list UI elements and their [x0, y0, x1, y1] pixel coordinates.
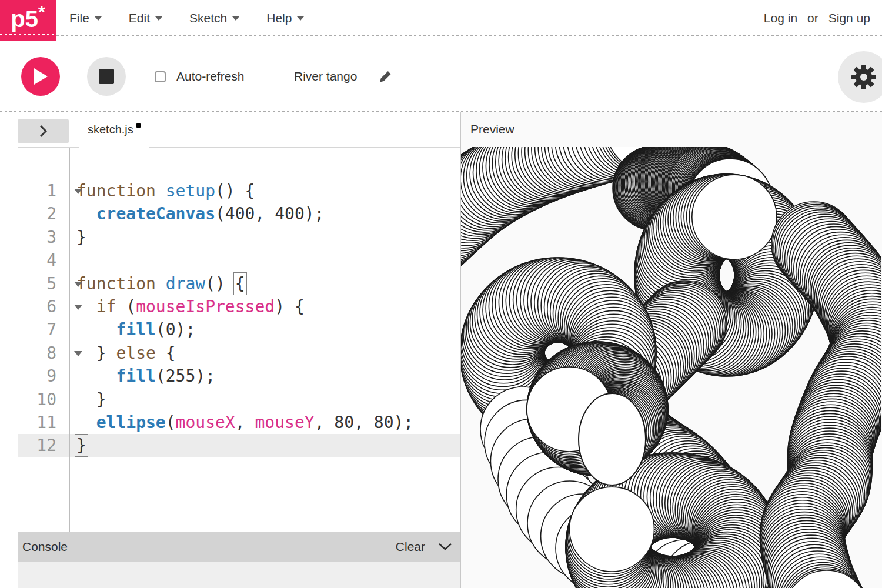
code-token: , [235, 413, 255, 432]
code-token: } [76, 390, 106, 409]
console-clear-button[interactable]: Clear [396, 540, 425, 554]
chevron-down-icon [95, 16, 102, 21]
code-token: () [205, 274, 235, 293]
or-text: or [807, 11, 818, 25]
menu-edit-label: Edit [129, 11, 150, 25]
menu-help-label: Help [266, 11, 292, 25]
code-token: } [76, 436, 86, 455]
code-token [156, 181, 166, 201]
line-number: 4 [18, 249, 56, 272]
code-token: ( [116, 297, 136, 316]
signup-link[interactable]: Sign up [828, 11, 870, 25]
console-collapse-button[interactable] [438, 543, 452, 551]
code-token: draw [166, 274, 205, 293]
code-token [76, 320, 116, 339]
menu-help[interactable]: Help [266, 11, 304, 25]
fold-arrow-icon[interactable] [74, 282, 82, 287]
header: p5* File Edit Sketch Help Log in or Si [0, 0, 882, 36]
chevron-right-icon [39, 124, 48, 138]
menu-edit[interactable]: Edit [129, 11, 162, 25]
code-token: function [76, 181, 156, 201]
line-number: 11 [18, 411, 56, 434]
file-tab-bar: sketch.js [18, 112, 460, 148]
gear-icon [851, 64, 877, 90]
menu-sketch[interactable]: Sketch [189, 11, 239, 25]
settings-button[interactable] [838, 51, 882, 103]
line-number: 10 [18, 388, 56, 411]
pencil-icon [379, 69, 393, 83]
main-area: sketch.js 1function setup() {2 createCan… [0, 112, 882, 588]
code-line[interactable]: 3} [18, 226, 460, 249]
fold-arrow-icon[interactable] [74, 189, 82, 194]
code-token: else [116, 343, 155, 363]
code-line[interactable]: 7 fill(0); [18, 318, 460, 341]
line-number: 6 [18, 295, 56, 318]
code-line[interactable]: 5function draw() { [18, 272, 460, 295]
project-name[interactable]: River tango [294, 69, 357, 83]
line-number: 9 [18, 365, 56, 387]
code-token: (400, 400); [215, 204, 324, 223]
auto-refresh-checkbox[interactable] [155, 71, 166, 82]
preview-pane: Preview [461, 112, 882, 588]
code-line[interactable]: 4 [18, 249, 460, 272]
chevron-down-icon [155, 16, 162, 21]
code-token: mouseIsPressed [136, 297, 275, 316]
gutter-divider [69, 148, 70, 532]
code-line[interactable]: 6 if (mouseIsPressed) { [18, 295, 460, 318]
sidebar-expand-button[interactable] [18, 119, 69, 143]
line-number: 7 [18, 318, 56, 341]
preview-header: Preview [461, 112, 882, 147]
sketch-canvas [461, 147, 881, 588]
editor-pane: sketch.js 1function setup() {2 createCan… [0, 112, 461, 588]
code-token: ellipse [96, 413, 166, 432]
p5-logo[interactable]: p5* [0, 0, 56, 41]
code-token: mouseY [255, 413, 314, 432]
code-line[interactable]: 12} [18, 434, 460, 457]
code-editor[interactable]: 1function setup() {2 createCanvas(400, 4… [18, 148, 460, 532]
code-token [76, 366, 116, 386]
auto-refresh-label[interactable]: Auto-refresh [176, 69, 245, 83]
tab-filename: sketch.js [88, 121, 133, 138]
preview-title: Preview [470, 122, 514, 136]
code-token: setup [166, 181, 215, 201]
code-token [76, 204, 96, 223]
edit-project-name-button[interactable] [379, 69, 393, 86]
menu-sketch-label: Sketch [189, 11, 227, 25]
line-number: 1 [18, 179, 56, 202]
line-number: 8 [18, 342, 56, 365]
code-token: ) { [275, 297, 305, 316]
menu-file-label: File [69, 11, 89, 25]
code-token: ( [166, 413, 176, 432]
code-token: fill [116, 320, 155, 339]
fold-arrow-icon[interactable] [74, 305, 82, 310]
play-button[interactable] [21, 57, 60, 96]
p5-web-editor: p5* File Edit Sketch Help Log in or Si [0, 0, 882, 588]
console-header: Console Clear [18, 532, 460, 562]
code-token: { [156, 343, 176, 363]
code-token: (255); [156, 366, 215, 386]
login-link[interactable]: Log in [764, 11, 797, 25]
code-line[interactable]: 2 createCanvas(400, 400); [18, 202, 460, 225]
line-number: 5 [18, 272, 56, 295]
console-output [18, 562, 460, 588]
code-line[interactable]: 9 fill(255); [18, 365, 460, 387]
line-number: 12 [18, 434, 56, 457]
auth-links: Log in or Sign up [764, 0, 870, 36]
code-token: function [76, 274, 156, 293]
console-title: Console [22, 540, 68, 554]
code-line[interactable]: 10 } [18, 388, 460, 411]
menu-file[interactable]: File [69, 11, 102, 25]
code-line[interactable]: 8 } else { [18, 342, 460, 365]
code-token: , 80, 80); [315, 413, 414, 432]
menu-bar: File Edit Sketch Help [69, 0, 304, 36]
fold-arrow-icon[interactable] [74, 351, 82, 356]
code-line[interactable]: 1function setup() { [18, 179, 460, 202]
code-token: () { [215, 181, 255, 201]
play-icon [33, 68, 48, 85]
code-token [156, 274, 166, 293]
code-token: mouseX [176, 413, 235, 432]
stop-button[interactable] [87, 57, 126, 96]
code-line[interactable]: 11 ellipse(mouseX, mouseY, 80, 80); [18, 411, 460, 434]
chevron-down-icon [232, 16, 239, 21]
logo-text: p5 [11, 0, 38, 38]
